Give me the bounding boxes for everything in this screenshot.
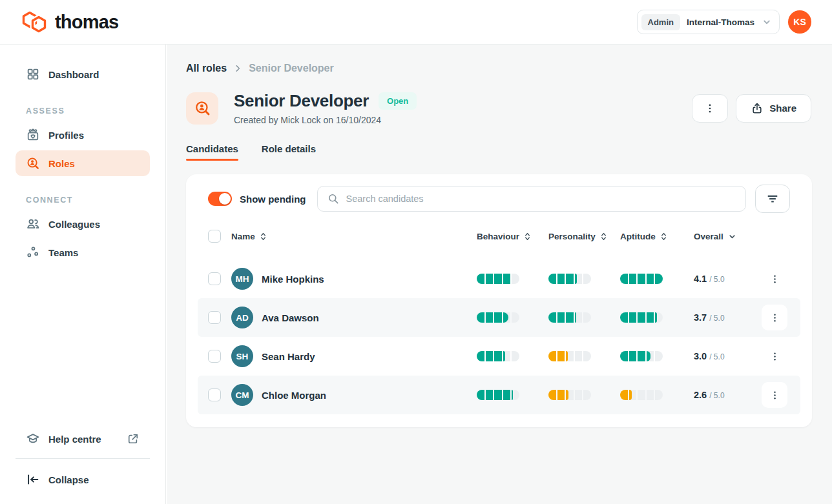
tab-role-details[interactable]: Role details — [262, 143, 316, 161]
candidate-name: Ava Dawson — [262, 312, 319, 323]
collapse-button[interactable]: Collapse — [16, 467, 150, 492]
bar-segment — [494, 390, 502, 400]
column-header-personality[interactable]: Personality — [548, 232, 620, 241]
bar-segment — [477, 351, 484, 361]
role-search-person-icon — [194, 99, 211, 117]
kebab-icon — [704, 103, 716, 114]
aptitude-bar — [620, 312, 663, 323]
show-pending-toggle[interactable] — [208, 192, 232, 206]
select-all-checkbox[interactable] — [208, 230, 221, 243]
bar-segment — [647, 312, 654, 323]
collapse-icon — [26, 472, 40, 487]
bar-segment — [512, 274, 519, 284]
page-title: Senior Developer — [234, 91, 369, 111]
bar-segment — [638, 390, 645, 400]
dashboard-icon — [26, 67, 40, 81]
role-icon-tile — [186, 92, 218, 125]
sidebar-label-profiles: Profiles — [48, 130, 84, 141]
table-header: Name Behaviour Personality Aptitude Over… — [208, 225, 790, 248]
column-header-overall[interactable]: Overall — [694, 232, 762, 241]
bar-segment — [583, 274, 591, 284]
overall-score: 3.0 / 5.0 — [694, 351, 762, 361]
bar-segment — [566, 390, 574, 400]
bar-segment — [575, 274, 583, 284]
bar-segment — [548, 312, 556, 323]
column-header-behaviour[interactable]: Behaviour — [477, 232, 548, 241]
bar-segment — [503, 351, 511, 361]
user-avatar[interactable]: KS — [788, 10, 811, 34]
overall-suffix: / 5.0 — [709, 352, 724, 361]
account-switcher[interactable]: Admin Internal-Thomas — [637, 10, 780, 34]
bar-segment — [548, 390, 556, 400]
bar-segment — [655, 390, 663, 400]
bar-segment — [620, 351, 628, 361]
personality-bar — [548, 312, 591, 323]
sidebar-label-dashboard: Dashboard — [48, 69, 99, 80]
breadcrumb: All roles Senior Developer — [186, 63, 811, 74]
sidebar-item-roles[interactable]: Roles — [16, 150, 150, 176]
breadcrumb-all-roles[interactable]: All roles — [186, 63, 227, 74]
breadcrumb-chevron-icon — [233, 64, 242, 73]
aptitude-bar — [620, 351, 663, 361]
search-input[interactable] — [346, 194, 737, 204]
toggle-knob — [219, 193, 231, 205]
share-icon — [751, 102, 764, 115]
bar-segment — [620, 390, 628, 400]
help-centre-link[interactable]: Help centre — [16, 426, 150, 452]
chevron-down-icon — [761, 16, 773, 28]
bar-segment — [583, 312, 591, 323]
bar-segment — [512, 351, 519, 361]
bar-segment — [638, 351, 645, 361]
share-button[interactable]: Share — [736, 94, 811, 123]
more-actions-button[interactable] — [692, 94, 728, 123]
overall-value: 3.7 — [694, 312, 707, 323]
bar-segment — [575, 312, 583, 323]
row-checkbox[interactable] — [208, 388, 221, 401]
sidebar-item-colleagues[interactable]: Colleagues — [16, 211, 150, 237]
column-header-name[interactable]: Name — [231, 232, 477, 241]
behaviour-bar — [477, 274, 519, 284]
sidebar-divider — [16, 458, 150, 459]
row-menu-button[interactable] — [762, 343, 787, 369]
row-checkbox[interactable] — [208, 311, 221, 324]
bar-segment — [557, 312, 565, 323]
row-checkbox[interactable] — [208, 350, 221, 363]
bar-segment — [647, 274, 654, 284]
behaviour-bar — [477, 312, 519, 323]
tab-candidates[interactable]: Candidates — [186, 143, 238, 161]
candidate-row[interactable]: CM Chloe Morgan 2.6 / 5.0 — [198, 376, 800, 414]
row-menu-button[interactable] — [762, 305, 787, 330]
personality-bar — [548, 351, 591, 361]
sidebar-item-teams[interactable]: Teams — [16, 239, 150, 265]
main-content: All roles Senior Developer Senior Develo… — [167, 45, 832, 504]
org-name: Internal-Thomas — [687, 17, 754, 27]
bar-segment — [494, 312, 502, 323]
section-label-assess: ASSESS — [26, 106, 150, 116]
roles-icon — [26, 156, 40, 170]
overall-suffix: / 5.0 — [709, 314, 724, 323]
overall-value: 4.1 — [694, 274, 707, 284]
filter-button[interactable] — [755, 185, 790, 213]
bar-segment — [655, 274, 663, 284]
bar-segment — [512, 312, 519, 323]
bar-segment — [566, 351, 574, 361]
column-header-aptitude[interactable]: Aptitude — [620, 232, 694, 241]
personality-bar — [548, 274, 591, 284]
kebab-icon — [769, 390, 780, 401]
sidebar-item-dashboard[interactable]: Dashboard — [16, 61, 150, 87]
row-checkbox[interactable] — [208, 272, 221, 285]
sidebar-label-roles: Roles — [48, 158, 75, 169]
overall-suffix: / 5.0 — [709, 391, 724, 400]
candidate-row[interactable]: MH Mike Hopkins 4.1 / 5.0 — [198, 259, 800, 298]
bar-segment — [629, 274, 637, 284]
sidebar-item-profiles[interactable]: Profiles — [16, 122, 150, 148]
row-menu-button[interactable] — [762, 382, 787, 408]
help-centre-icon — [26, 432, 40, 446]
candidate-row[interactable]: SH Sean Hardy 3.0 / 5.0 — [198, 337, 800, 376]
thomas-logo: thomas — [21, 10, 118, 34]
candidate-row[interactable]: AD Ava Dawson 3.7 / 5.0 — [198, 298, 800, 337]
admin-badge: Admin — [641, 14, 680, 30]
overall-suffix: / 5.0 — [709, 275, 724, 284]
row-menu-button[interactable] — [762, 266, 787, 292]
role-subtitle: Created by Mick Lock on 16/10/2024 — [234, 115, 417, 125]
